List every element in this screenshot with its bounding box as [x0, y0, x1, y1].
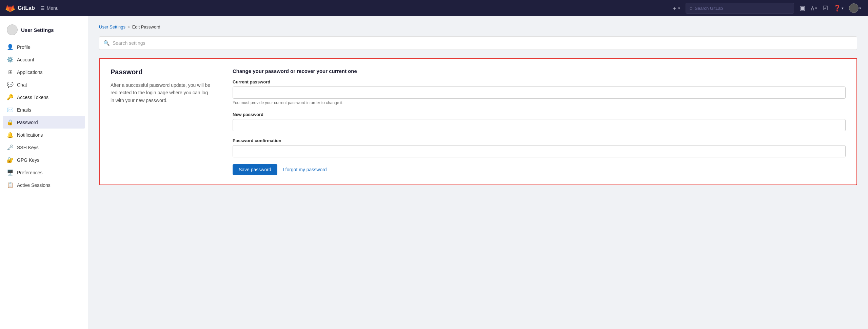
- password-section-title: Password: [111, 68, 212, 76]
- breadcrumb-separator: >: [127, 24, 130, 30]
- gpg-keys-icon: 🔐: [7, 157, 14, 163]
- chat-icon: 💬: [7, 81, 14, 88]
- current-password-input[interactable]: [233, 86, 846, 99]
- breadcrumb-current: Edit Password: [132, 24, 160, 30]
- password-description: After a successful password update, you …: [111, 81, 212, 104]
- sidebar-item-label-gpg-keys: GPG Keys: [17, 157, 39, 163]
- sidebar-item-preferences[interactable]: 🖥️Preferences: [3, 166, 85, 179]
- help-button[interactable]: ❓ ▾: [832, 3, 845, 13]
- help-icon: ❓: [833, 4, 841, 12]
- logo-text: GitLab: [18, 5, 35, 11]
- password-icon: 🔒: [7, 119, 14, 125]
- merge-requests-button[interactable]: ⑃ ▾: [809, 3, 818, 13]
- sidebar-item-chat[interactable]: 💬Chat: [3, 78, 85, 91]
- sidebar-item-access-tokens[interactable]: 🔑Access Tokens: [3, 91, 85, 103]
- sidebar-item-label-active-sessions: Active Sessions: [17, 182, 51, 188]
- current-password-group: Current password You must provide your c…: [233, 79, 846, 105]
- sidebar-item-label-preferences: Preferences: [17, 170, 42, 175]
- new-password-input[interactable]: [233, 119, 846, 131]
- preferences-icon: 🖥️: [7, 169, 14, 176]
- menu-button[interactable]: ☰ Menu: [40, 5, 59, 11]
- settings-search-icon: 🔍: [103, 40, 110, 46]
- sidebar-item-account[interactable]: ⚙️Account: [3, 53, 85, 66]
- main-content: User Settings > Edit Password 🔍 Password…: [88, 16, 868, 329]
- sidebar-item-emails[interactable]: ✉️Emails: [3, 103, 85, 116]
- new-password-label: New password: [233, 112, 846, 117]
- search-icon: ⌕: [689, 5, 693, 11]
- new-item-button[interactable]: ＋ ▾: [670, 3, 682, 14]
- sidebar-item-gpg-keys[interactable]: 🔐GPG Keys: [3, 154, 85, 166]
- card-left: Password After a successful password upd…: [111, 68, 212, 175]
- sidebar-item-label-account: Account: [17, 57, 34, 62]
- search-settings-bar[interactable]: 🔍: [99, 36, 857, 50]
- mr-chevron: ▾: [815, 6, 817, 11]
- sidebar: User Settings 👤Profile⚙️Account⊞Applicat…: [0, 16, 88, 329]
- new-password-group: New password: [233, 112, 846, 131]
- profile-icon: 👤: [7, 44, 14, 50]
- notifications-icon: 🔔: [7, 132, 14, 138]
- confirm-password-label: Password confirmation: [233, 138, 846, 143]
- plus-icon: ＋: [671, 4, 677, 12]
- confirm-password-input[interactable]: [233, 145, 846, 157]
- menu-label: Menu: [47, 5, 59, 11]
- gitlab-logo[interactable]: GitLab: [5, 3, 35, 13]
- sidebar-item-ssh-keys[interactable]: 🗝️SSH Keys: [3, 141, 85, 154]
- card-layout: Password After a successful password upd…: [111, 68, 846, 175]
- sidebar-item-label-ssh-keys: SSH Keys: [17, 145, 39, 150]
- sidebar-item-label-profile: Profile: [17, 44, 31, 50]
- sidebar-item-label-chat: Chat: [17, 82, 27, 88]
- confirm-password-group: Password confirmation: [233, 138, 846, 157]
- sidebar-item-notifications[interactable]: 🔔Notifications: [3, 129, 85, 141]
- applications-icon: ⊞: [7, 69, 14, 75]
- ssh-keys-icon: 🗝️: [7, 144, 14, 151]
- breadcrumb: User Settings > Edit Password: [99, 24, 857, 30]
- forgot-password-link[interactable]: I forgot my password: [283, 167, 327, 172]
- merge-icon: ⑃: [811, 5, 814, 12]
- sidebar-item-active-sessions[interactable]: 📋Active Sessions: [3, 179, 85, 191]
- hamburger-icon: ☰: [40, 5, 45, 11]
- sidebar-item-applications[interactable]: ⊞Applications: [3, 66, 85, 78]
- global-search[interactable]: ⌕: [686, 3, 794, 14]
- whiteboard-button[interactable]: ▣: [798, 3, 807, 13]
- sidebar-avatar: [7, 24, 18, 35]
- access-tokens-icon: 🔑: [7, 94, 14, 100]
- issues-button[interactable]: ☑: [821, 3, 829, 13]
- current-password-help: You must provide your current password i…: [233, 100, 846, 105]
- card-right: Change your password or recover your cur…: [233, 68, 846, 175]
- sidebar-title: User Settings: [21, 27, 54, 33]
- sidebar-header: User Settings: [0, 22, 88, 41]
- form-actions: Save password I forgot my password: [233, 164, 846, 175]
- change-password-heading: Change your password or recover your cur…: [233, 68, 846, 74]
- search-input[interactable]: [695, 6, 790, 11]
- save-password-button[interactable]: Save password: [233, 164, 277, 175]
- user-avatar: [849, 3, 859, 13]
- dropdown-chevron: ▾: [678, 6, 680, 11]
- account-icon: ⚙️: [7, 56, 14, 63]
- user-chevron: ▾: [859, 6, 861, 11]
- current-password-label: Current password: [233, 79, 846, 84]
- sidebar-item-label-access-tokens: Access Tokens: [17, 95, 48, 100]
- help-chevron: ▾: [842, 6, 844, 11]
- top-navigation: GitLab ☰ Menu ＋ ▾ ⌕ ▣ ⑃ ▾ ☑ ❓ ▾ ▾: [0, 0, 868, 16]
- emails-icon: ✉️: [7, 107, 14, 113]
- sidebar-item-label-notifications: Notifications: [17, 132, 43, 138]
- main-layout: User Settings 👤Profile⚙️Account⊞Applicat…: [0, 16, 868, 329]
- password-card: Password After a successful password upd…: [99, 58, 857, 185]
- breadcrumb-parent[interactable]: User Settings: [99, 24, 125, 30]
- search-settings-input[interactable]: [113, 40, 853, 46]
- sidebar-item-profile[interactable]: 👤Profile: [3, 41, 85, 53]
- sidebar-item-label-applications: Applications: [17, 70, 43, 75]
- user-menu-button[interactable]: ▾: [848, 2, 863, 14]
- active-sessions-icon: 📋: [7, 182, 14, 188]
- sidebar-nav: 👤Profile⚙️Account⊞Applications💬Chat🔑Acce…: [0, 41, 88, 191]
- topnav-actions: ▣ ⑃ ▾ ☑ ❓ ▾ ▾: [798, 2, 863, 14]
- sidebar-item-label-emails: Emails: [17, 107, 31, 113]
- sidebar-item-label-password: Password: [17, 120, 38, 125]
- sidebar-item-password[interactable]: 🔒Password: [3, 116, 85, 129]
